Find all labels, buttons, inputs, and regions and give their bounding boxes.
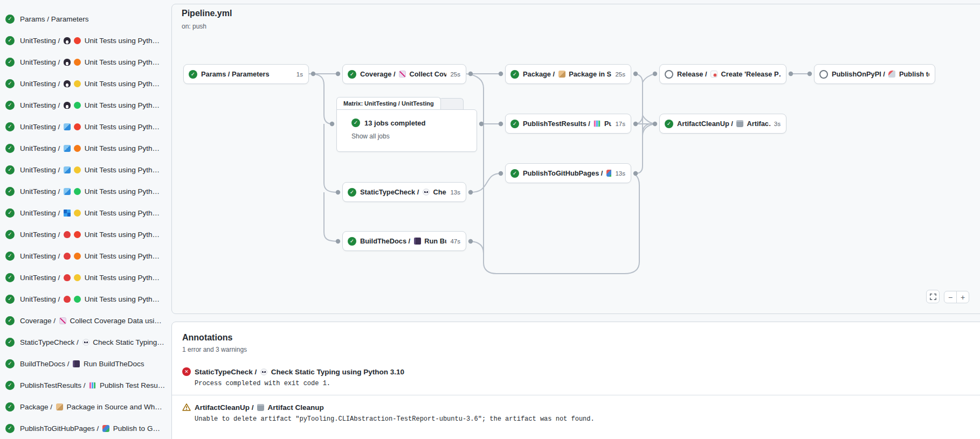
dot-green-icon (74, 102, 81, 109)
label-text: Unit Tests using Pyth… (82, 123, 160, 131)
error-icon (182, 367, 191, 376)
jobs-sidebar: Params / ParametersUnitTesting / Unit Te… (0, 8, 167, 439)
job-label: BuildTheDocs / Run BuildTheDocs (20, 360, 144, 368)
annotation-title[interactable]: StaticTypeCheck / Check Static Typing us… (195, 368, 404, 376)
label-text: Unit Tests using Pyth… (82, 252, 160, 260)
node-duration: 47s (450, 238, 460, 245)
job-label: UnitTesting / Unit Tests using Pyth… (20, 231, 160, 239)
label-text: Unit Tests using Pyth… (82, 187, 160, 196)
sidebar-job[interactable]: StaticTypeCheck / Check Static Typing… (0, 331, 167, 353)
job-label: UnitTesting / Unit Tests using Pyth… (20, 166, 160, 174)
node-build-the-docs[interactable]: BuildTheDocs / Run Buil…47s (342, 231, 466, 251)
sidebar-job[interactable]: PublishToGitHubPages / Publish to G… (0, 417, 167, 439)
success-icon (351, 119, 360, 127)
matrix-completed-label: 13 jobs completed (364, 119, 425, 127)
job-label: UnitTesting / Unit Tests using Pyth… (20, 187, 160, 196)
success-icon (5, 36, 15, 45)
annotation-title[interactable]: ArtifactCleanUp / Artifact Cleanup (195, 403, 324, 412)
job-label: UnitTesting / Unit Tests using Pyth… (20, 252, 160, 260)
sidebar-job[interactable]: UnitTesting / Unit Tests using Pyth… (0, 159, 167, 180)
dot-yellow-icon (74, 274, 81, 281)
node-publish-on-pypi[interactable]: PublishOnPyPI / Publish to … (814, 64, 935, 84)
sidebar-job[interactable]: UnitTesting / Unit Tests using Pyth… (0, 73, 167, 94)
sidebar-job[interactable]: UnitTesting / Unit Tests using Pyth… (0, 245, 167, 267)
label-text: StaticTypeCheck / (360, 188, 421, 196)
success-icon (5, 187, 15, 196)
bar-chart-icon (89, 382, 96, 389)
sidebar-job[interactable]: UnitTesting / Unit Tests using Pyth… (0, 94, 167, 116)
node-package[interactable]: Package / Package in So…25s (505, 64, 631, 84)
sidebar-job[interactable]: UnitTesting / Unit Tests using Pyth… (0, 288, 167, 310)
annotation-item-error: StaticTypeCheck / Check Static Typing us… (172, 360, 980, 395)
label-text: PublishToGitHubPages / (20, 424, 101, 433)
node-duration: 3s (774, 121, 781, 127)
annotations-card: Annotations 1 error and 3 warnings Stati… (171, 322, 980, 439)
job-label: StaticTypeCheck / Check Static Typing… (20, 338, 164, 346)
label-text: Run Buil… (423, 237, 447, 245)
node-label: PublishTestResults / Pu… (523, 120, 611, 128)
label-text: BuildTheDocs / (20, 360, 71, 368)
label-text: UnitTesting / (20, 274, 62, 282)
sidebar-job[interactable]: UnitTesting / Unit Tests using Pyth… (0, 137, 167, 159)
label-text: Publish to G… (111, 424, 160, 433)
matrix-card[interactable]: 13 jobs completed Show all jobs (336, 109, 477, 152)
success-icon (510, 70, 519, 79)
sidebar-job[interactable]: Coverage / Collect Coverage Data usi… (0, 310, 167, 331)
job-label: UnitTesting / Unit Tests using Pyth… (20, 80, 160, 88)
success-icon (5, 338, 15, 347)
node-label: ArtifactCleanUp / Artifac… (677, 120, 770, 128)
node-static-type-check[interactable]: StaticTypeCheck / Chec…13s (342, 182, 466, 202)
node-release[interactable]: Release / Create 'Release P… (659, 64, 786, 84)
node-artifact-cleanup[interactable]: ArtifactCleanUp / Artifac…3s (659, 114, 786, 134)
sidebar-job[interactable]: Params / Parameters (0, 8, 167, 30)
zoom-in-button[interactable]: + (956, 291, 969, 303)
warning-icon (182, 403, 191, 412)
success-icon (665, 120, 673, 128)
sidebar-job[interactable]: UnitTesting / Unit Tests using Pyth… (0, 51, 167, 73)
sidebar-job[interactable]: UnitTesting / Unit Tests using Pyth… (0, 224, 167, 245)
node-publish-test-results[interactable]: PublishTestResults / Pu…17s (505, 114, 631, 134)
sidebar-job[interactable]: PublishTestResults / Publish Test Resu… (0, 374, 167, 396)
label-text: UnitTesting / (20, 166, 62, 174)
sidebar-job[interactable]: UnitTesting / Unit Tests using Pyth… (0, 202, 167, 224)
zoom-out-button[interactable]: − (944, 291, 957, 303)
annotations-title: Annotations (182, 333, 980, 343)
apple-icon (64, 296, 71, 303)
label-text: UnitTesting / (20, 123, 62, 131)
penguin-icon (64, 59, 71, 66)
node-coverage[interactable]: Coverage / Collect Cove…25s (342, 64, 466, 84)
node-label: Params / Parameters (201, 70, 293, 78)
sidebar-job[interactable]: UnitTesting / Unit Tests using Pyth… (0, 267, 167, 288)
label-text: UnitTesting / (20, 144, 62, 152)
annotation-header: StaticTypeCheck / Check Static Typing us… (182, 367, 973, 376)
show-all-jobs-link[interactable]: Show all jobs (351, 133, 390, 140)
sidebar-job[interactable]: Package / Package in Source and Wh… (0, 396, 167, 417)
sidebar-job[interactable]: UnitTesting / Unit Tests using Pyth… (0, 180, 167, 202)
label-text: Artifact Cleanup (266, 403, 324, 412)
package-icon (558, 71, 565, 78)
label-text: Chec… (431, 188, 447, 196)
label-text: PublishToGitHubPages / (523, 169, 605, 177)
sidebar-job[interactable]: BuildTheDocs / Run BuildTheDocs (0, 353, 167, 374)
penguin-icon (64, 102, 71, 109)
job-label: Coverage / Collect Coverage Data usi… (20, 317, 162, 325)
node-publish-to-github-pages[interactable]: PublishToGitHubPages / …13s (505, 163, 631, 183)
label-text: Unit Tests using Pyth… (82, 231, 160, 239)
fullscreen-button[interactable] (926, 290, 940, 303)
job-label: UnitTesting / Unit Tests using Pyth… (20, 37, 160, 45)
sidebar-job[interactable]: UnitTesting / Unit Tests using Pyth… (0, 116, 167, 137)
matrix-tab[interactable]: Matrix: UnitTesting / UnitTesting (336, 97, 441, 110)
dot-yellow-icon (74, 80, 81, 87)
node-params[interactable]: Params / Parameters1s (183, 64, 309, 84)
annotations-summary: 1 error and 3 warnings (182, 346, 980, 353)
dot-yellow-icon (74, 166, 81, 173)
cube-icon (64, 123, 71, 130)
label-text: UnitTesting / (20, 209, 62, 217)
penguin-icon (64, 80, 71, 87)
job-label: PublishToGitHubPages / Publish to G… (20, 424, 160, 433)
eyes-icon (260, 368, 267, 375)
annotation-detail: Process completed with exit code 1. (195, 380, 973, 387)
sidebar-job[interactable]: UnitTesting / Unit Tests using Pyth… (0, 30, 167, 51)
label-text: Params / Parameters (20, 15, 89, 23)
cube-icon (64, 145, 71, 152)
